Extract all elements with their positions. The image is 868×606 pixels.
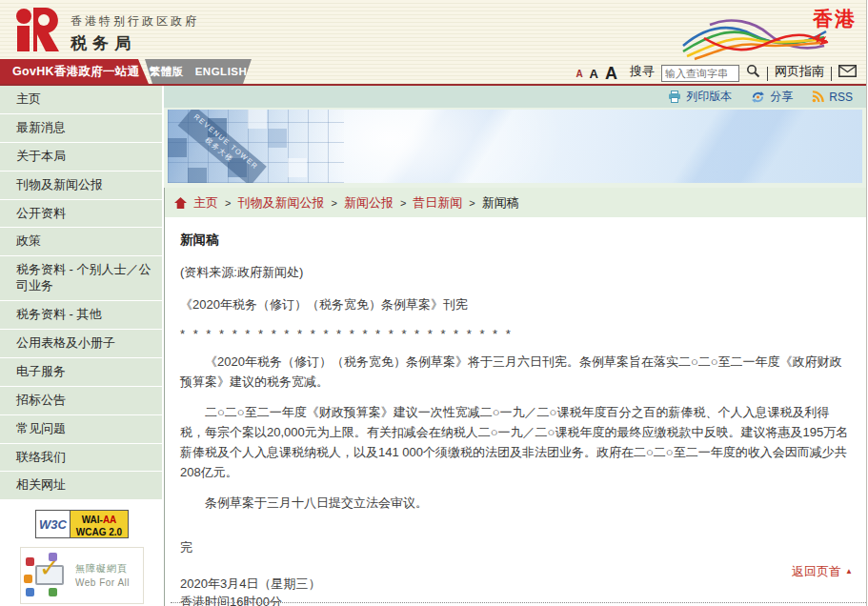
print-version-link[interactable]: 列印版本	[668, 89, 732, 105]
end-marker: 完	[180, 539, 853, 556]
printer-icon	[668, 91, 681, 103]
divider	[767, 67, 768, 81]
search-input[interactable]	[661, 65, 739, 82]
banner-image: REVENUE TOWER 税务大楼	[164, 108, 866, 188]
web-for-all-badge[interactable]: ✓ 無障礙網頁 Web For All	[20, 547, 144, 604]
wai-label: WAI-	[82, 515, 103, 525]
breadcrumb-current: 新闻稿	[482, 194, 519, 212]
w3c-logo: W3C	[36, 511, 71, 537]
back-to-top-link[interactable]: 返回页首 ▲	[792, 563, 853, 580]
breadcrumb-separator: >	[225, 197, 231, 209]
sidebar-item-whats-new[interactable]: 最新消息	[0, 114, 162, 143]
source-line: (资料来源:政府新闻处)	[180, 264, 853, 281]
brand-hongkong-logo: 香港	[681, 2, 860, 61]
page-toolbar: 列印版本 分享 RSS	[164, 86, 866, 108]
language-tab: 繁體版 ENGLISH	[145, 59, 252, 84]
breadcrumb-press-releases[interactable]: 新闻公报	[344, 194, 394, 212]
utility-nav: A A A 搜寻 网页指南	[575, 60, 857, 83]
traditional-chinese-link[interactable]: 繁體版	[150, 65, 184, 79]
back-to-top-icon: ▲	[845, 568, 853, 576]
breadcrumb-separator: >	[331, 197, 336, 209]
wcag-label: WCAG 2.0	[76, 527, 122, 537]
share-link[interactable]: 分享	[751, 89, 793, 105]
site-guide-link[interactable]: 网页指南	[775, 63, 824, 83]
sidebar-item-publications-press[interactable]: 刊物及新闻公报	[0, 172, 162, 200]
article-headline: 《2020年税务（修订）（税务宽免）条例草案》刊宪	[180, 296, 853, 313]
sidebar-item-tax-info-individuals-businesses[interactable]: 税务资料 - 个别人士／公司业务	[0, 256, 162, 301]
sidebar-item-home[interactable]: 主页	[0, 86, 162, 114]
rss-link[interactable]: RSS	[812, 91, 853, 104]
search-label: 搜寻	[630, 63, 655, 83]
paragraph-2: 二○二○至二一年度《财政预算案》建议一次性宽减二○一九／二○课税年度百分之百的薪…	[180, 402, 853, 482]
breadcrumb: 主页 > 刊物及新闻公报 > 新闻公报 > 昔日新闻 > 新闻稿	[164, 188, 866, 217]
site-header: 香港特别行政区政府 税务局 香港 GovHK香港政府一站通 繁體版 ENGLIS…	[0, 0, 866, 84]
department-name: 税务局	[71, 32, 199, 54]
breadcrumb-publications[interactable]: 刊物及新闻公报	[237, 194, 324, 212]
paragraph-3: 条例草案于三月十八日提交立法会审议。	[180, 493, 853, 513]
main-column: 列印版本 分享 RSS	[164, 86, 866, 606]
sidebar-item-contact-us[interactable]: 联络我们	[0, 444, 162, 473]
header-titles: 香港特别行政区政府 税务局	[71, 13, 199, 54]
font-size-small-button[interactable]: A	[575, 70, 582, 83]
sidebar-menu: 主页 最新消息 关于本局 刊物及新闻公报 公开资料 政策 税务资料 - 个别人士…	[0, 86, 162, 500]
gov-title: 香港特别行政区政府	[71, 13, 199, 30]
rss-icon	[812, 91, 824, 103]
sidebar-item-related-links[interactable]: 相关网址	[0, 472, 162, 500]
sidebar-item-about-us[interactable]: 关于本局	[0, 143, 162, 172]
breadcrumb-past-news[interactable]: 昔日新闻	[413, 194, 462, 212]
breadcrumb-home[interactable]: 主页	[193, 194, 218, 212]
font-size-large-button[interactable]: A	[605, 65, 617, 83]
sidebar: 主页 最新消息 关于本局 刊物及新闻公报 公开资料 政策 税务资料 - 个别人士…	[0, 86, 164, 606]
ird-logo-icon	[15, 8, 61, 51]
mail-icon	[838, 65, 857, 77]
home-icon[interactable]	[174, 197, 187, 209]
font-size-medium-button[interactable]: A	[590, 68, 598, 83]
wfa-english-label: Web For All	[75, 577, 130, 588]
web-for-all-icon: ✓	[24, 554, 75, 597]
sidebar-item-policies[interactable]: 政策	[0, 228, 162, 256]
english-link[interactable]: ENGLISH	[195, 66, 248, 77]
page: 香港特别行政区政府 税务局 香港 GovHK香港政府一站通 繁體版 ENGLIS…	[0, 0, 867, 606]
accessibility-badges: W3C WAI-AAWCAG 2.0 ✓ 無障礙網頁 Web For All I…	[0, 500, 164, 606]
wfa-chinese-label: 無障礙網頁	[75, 563, 128, 574]
sidebar-item-tax-info-others[interactable]: 税务资料 - 其他	[0, 301, 162, 330]
divider	[831, 67, 832, 81]
release-time: 香港时间16时00分	[180, 595, 282, 606]
brand-ribbon-icon	[681, 11, 832, 61]
sidebar-item-faq[interactable]: 常见问题	[0, 415, 162, 444]
star-divider: * * * * * * * * * * * * * * * * * * * * …	[180, 327, 853, 341]
aa-label: AA	[103, 515, 116, 525]
article-content: 新闻稿 (资料来源:政府新闻处) 《2020年税务（修订）（税务宽免）条例草案》…	[164, 217, 866, 606]
breadcrumb-separator: >	[469, 197, 474, 209]
release-date: 2020年3月4日（星期三）	[180, 576, 320, 591]
wcag-badge[interactable]: W3C WAI-AAWCAG 2.0	[35, 510, 129, 538]
paragraph-1: 《2020年税务（修订）（税务宽免）条例草案》将于三月六日刊宪。条例草案旨在落实…	[180, 352, 853, 392]
page-title: 新闻稿	[180, 232, 853, 249]
sidebar-item-forms-pamphlets[interactable]: 公用表格及小册子	[0, 330, 162, 358]
search-button[interactable]	[746, 64, 760, 83]
search-icon	[746, 64, 760, 78]
sidebar-item-tender-notices[interactable]: 招标公告	[0, 387, 162, 415]
sidebar-item-access-to-information[interactable]: 公开资料	[0, 200, 162, 229]
breadcrumb-separator: >	[400, 197, 406, 209]
footer-dotted-divider	[171, 602, 866, 603]
govhk-link[interactable]: GovHK香港政府一站通	[0, 59, 149, 84]
brand-text: 香港	[813, 6, 857, 32]
revenue-tower-photo: REVENUE TOWER 税务大楼	[168, 110, 862, 183]
ird-logo[interactable]	[15, 8, 61, 55]
share-icon	[751, 91, 765, 104]
sidebar-item-electronic-services[interactable]: 电子服务	[0, 358, 162, 387]
contact-mail-link[interactable]	[838, 64, 857, 83]
